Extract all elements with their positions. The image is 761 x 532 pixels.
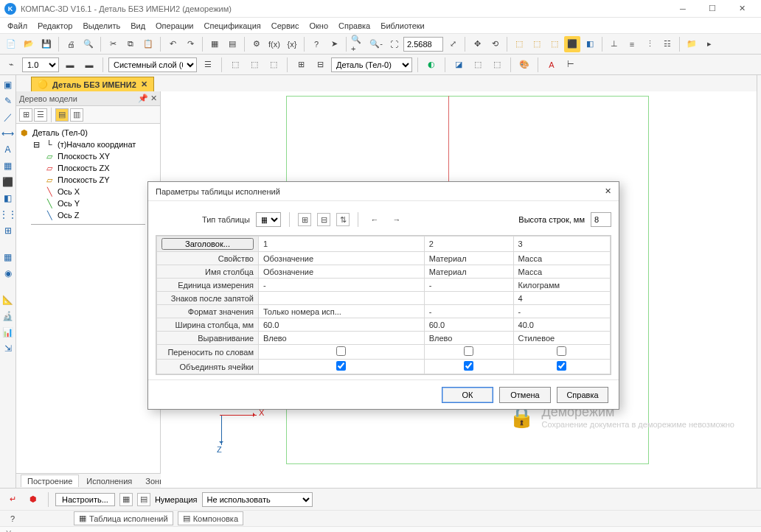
doc-tab-close-icon[interactable]: ✕ [141, 80, 147, 89]
wrap-1-checkbox[interactable] [336, 346, 346, 356]
pan-icon[interactable]: ✥ [469, 36, 485, 52]
rotate-icon[interactable]: ⟲ [487, 36, 503, 52]
wrap-2-checkbox[interactable] [464, 346, 473, 356]
tree-plane-zx[interactable]: Плоскость ZX [58, 164, 110, 172]
close-button[interactable]: ✕ [727, 0, 757, 18]
btm-help-icon[interactable]: ? [4, 511, 21, 527]
next-icon[interactable]: → [389, 211, 405, 228]
merge-2-checkbox[interactable] [464, 361, 473, 371]
cell[interactable]: Обозначение [259, 252, 425, 265]
render3-icon[interactable]: ⬚ [470, 57, 486, 73]
menu-view[interactable]: Вид [131, 21, 145, 30]
merge-3-checkbox[interactable] [557, 361, 566, 371]
tree-pin-icon[interactable]: 📌 [138, 94, 148, 102]
zoom-in-icon[interactable]: 🔍+ [350, 36, 366, 52]
cell[interactable]: Масса [513, 252, 610, 265]
lb-surf-icon[interactable]: ◧ [1, 192, 15, 205]
box1-icon[interactable]: ⬚ [511, 36, 527, 52]
table-icon[interactable]: ▦ [206, 36, 223, 52]
minimize-button[interactable]: ─ [668, 0, 698, 18]
menu-select[interactable]: Выделить [83, 21, 120, 30]
tree-origin[interactable]: (т)Начало координат [58, 140, 136, 149]
t5-icon[interactable]: ⊟ [312, 57, 328, 73]
cell[interactable]: 60.0 [259, 318, 425, 332]
numbering-select[interactable]: Не использовать [202, 492, 313, 507]
help-icon[interactable]: ? [308, 36, 324, 52]
lb-dim-icon[interactable]: ⟷ [1, 127, 15, 140]
cell[interactable]: 40.0 [513, 318, 610, 332]
render2-icon[interactable]: ◪ [451, 57, 467, 73]
tree-view4-icon[interactable]: ▥ [70, 108, 83, 122]
t1-icon[interactable]: ⬚ [227, 57, 243, 73]
t4-icon[interactable]: ⊞ [293, 57, 309, 73]
menu-edit[interactable]: Редактор [38, 21, 72, 30]
menu-libraries[interactable]: Библиотеки [380, 21, 425, 30]
cell[interactable]: - [513, 305, 610, 318]
undo-icon[interactable]: ↶ [164, 36, 181, 52]
tree-view2-icon[interactable]: ☰ [34, 108, 47, 122]
merge-1-checkbox[interactable] [336, 361, 346, 371]
lb-sketch-icon[interactable]: ✎ [1, 94, 15, 108]
cell[interactable]: - [424, 305, 513, 318]
tree-root[interactable]: Деталь (Тел-0) [32, 128, 88, 137]
cell[interactable]: - [259, 279, 425, 292]
model-tree[interactable]: ⬢Деталь (Тел-0) ⊟└(т)Начало координат ▱П… [16, 124, 160, 488]
tree-view1-icon[interactable]: ⊞ [19, 108, 32, 122]
preview-icon[interactable]: 🔍 [80, 36, 97, 52]
col-head-2[interactable]: 2 [424, 237, 513, 252]
col-head-3[interactable]: 3 [513, 237, 610, 252]
lb-text-icon[interactable]: A [1, 143, 15, 156]
color1-icon[interactable]: ▬ [62, 57, 78, 73]
lb-report-icon[interactable]: 📊 [1, 326, 15, 339]
cancel-button[interactable]: Отмена [499, 387, 551, 403]
tree-view3-icon[interactable]: ▤ [55, 108, 69, 122]
lb-analyze-icon[interactable]: 🔬 [1, 309, 15, 323]
box5-icon[interactable]: ◧ [582, 36, 598, 52]
btm-ic1-icon[interactable]: ▦ [119, 493, 133, 506]
configure-button[interactable]: Настроить... [55, 493, 115, 506]
part-select[interactable]: Деталь (Тел-0) [331, 57, 412, 72]
d3-icon[interactable]: ⋮ [642, 36, 658, 52]
box4-icon[interactable]: ⬛ [564, 36, 580, 52]
box3-icon[interactable]: ⬚ [546, 36, 563, 52]
tree-axis-y[interactable]: Ось Y [58, 199, 80, 208]
ok-button[interactable]: ОК [442, 387, 493, 403]
color2-icon[interactable]: ▬ [81, 57, 97, 73]
folder-icon[interactable]: 📁 [684, 36, 700, 52]
row-height-input[interactable] [591, 212, 611, 227]
menu-window[interactable]: Окно [309, 21, 328, 30]
cell[interactable]: Материал [424, 252, 513, 265]
copy-icon[interactable]: ⧉ [122, 36, 139, 52]
vars-icon[interactable]: {x} [284, 36, 300, 52]
pointer-icon[interactable]: ➤ [326, 36, 342, 52]
btm-ic2-icon[interactable]: ▤ [137, 493, 150, 506]
cancel-op-icon[interactable]: ↵ [4, 491, 21, 508]
zoom-window-icon[interactable]: ⛶ [386, 36, 402, 52]
cell[interactable]: Килограмм [513, 279, 610, 292]
d2-icon[interactable]: ≡ [624, 36, 640, 52]
menu-service[interactable]: Сервис [271, 21, 299, 30]
print-icon[interactable]: 🖨 [63, 36, 79, 52]
lb-export-icon[interactable]: ⇲ [1, 342, 15, 355]
new-icon[interactable]: 📄 [3, 36, 19, 52]
render1-icon[interactable]: ◐ [423, 57, 439, 73]
cell[interactable]: - [424, 279, 513, 292]
help-button[interactable]: Справка [557, 387, 608, 403]
tree-plane-zy[interactable]: Плоскость ZY [58, 175, 110, 184]
line-width-select[interactable]: 1.0 [22, 57, 59, 72]
maximize-button[interactable]: ☐ [698, 0, 727, 18]
grid-icon[interactable]: ▤ [224, 36, 240, 52]
cell[interactable]: Масса [513, 265, 610, 279]
cell[interactable]: Только номера исп... [259, 305, 425, 318]
stop-icon[interactable]: ⬢ [25, 491, 41, 508]
cell[interactable]: Материал [424, 265, 513, 279]
cell[interactable]: 60.0 [424, 318, 513, 332]
paste-icon[interactable]: 📋 [140, 36, 156, 52]
layer-mgr-icon[interactable]: ☰ [200, 57, 216, 73]
properties-icon[interactable]: ⚙ [249, 36, 265, 52]
zoom-input[interactable] [403, 37, 443, 52]
cell[interactable]: Влево [424, 332, 513, 345]
open-icon[interactable]: 📂 [21, 36, 37, 52]
lb-cube-icon[interactable]: ▣ [1, 78, 15, 91]
menu-help[interactable]: Справка [338, 21, 370, 30]
